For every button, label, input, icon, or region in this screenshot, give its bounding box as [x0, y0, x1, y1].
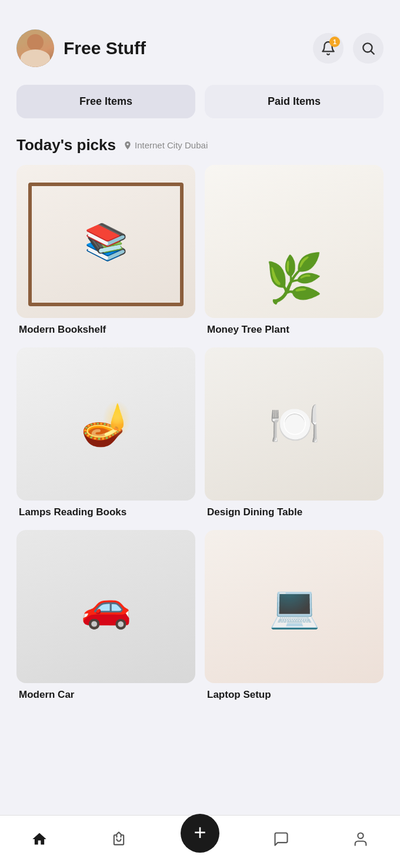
chat-icon	[273, 831, 289, 847]
item-label-6: Laptop Setup	[205, 689, 384, 703]
item-label-5: Modern Car	[16, 689, 195, 703]
add-button[interactable]: +	[181, 814, 219, 853]
notification-badge: 1	[329, 37, 340, 47]
location-area: Internet City Dubai	[123, 140, 208, 150]
svg-line-1	[371, 51, 374, 54]
profile-icon	[352, 831, 369, 847]
svg-point-4	[358, 833, 363, 838]
item-image-6	[205, 530, 384, 683]
plus-icon: +	[194, 822, 206, 843]
item-image-2	[205, 165, 384, 318]
bottom-nav: +	[0, 815, 400, 868]
avatar[interactable]	[16, 29, 54, 67]
home-icon	[31, 831, 48, 847]
nav-home[interactable]	[22, 831, 57, 847]
item-label-4: Design Dining Table	[205, 506, 384, 521]
item-card-4[interactable]: Design Dining Table	[205, 347, 384, 521]
item-card-6[interactable]: Laptop Setup	[205, 530, 384, 703]
item-card-5[interactable]: Modern Car	[16, 530, 195, 703]
section-title: Today's picks	[16, 136, 116, 154]
items-grid: Modern Bookshelf Money Tree Plant Lamps …	[0, 165, 400, 703]
item-image-4	[205, 347, 384, 501]
nav-wardrobe[interactable]	[101, 831, 136, 847]
item-image-5	[16, 530, 195, 683]
location-icon	[123, 141, 132, 150]
notification-button[interactable]: 1	[313, 33, 344, 64]
search-icon	[361, 41, 376, 56]
paid-items-tab[interactable]: Paid Items	[205, 85, 384, 118]
item-image-3	[16, 347, 195, 501]
item-card-1[interactable]: Modern Bookshelf	[16, 165, 195, 338]
item-label-2: Money Tree Plant	[205, 324, 384, 338]
item-card-3[interactable]: Lamps Reading Books	[16, 347, 195, 521]
tab-section: Free Items Paid Items	[0, 79, 400, 130]
section-header: Today's picks Internet City Dubai	[0, 130, 400, 165]
search-button[interactable]	[353, 33, 384, 64]
location-text: Internet City Dubai	[135, 140, 208, 150]
header-icons: 1	[313, 33, 384, 64]
nav-chat[interactable]	[264, 831, 299, 847]
header: Free Stuff 1	[0, 0, 400, 79]
item-image-1	[16, 165, 195, 318]
item-card-2[interactable]: Money Tree Plant	[205, 165, 384, 338]
page-title: Free Stuff	[64, 38, 313, 58]
item-label-3: Lamps Reading Books	[16, 506, 195, 521]
wardrobe-icon	[111, 831, 127, 847]
free-items-tab[interactable]: Free Items	[16, 85, 195, 118]
nav-profile[interactable]	[343, 831, 378, 847]
item-label-1: Modern Bookshelf	[16, 324, 195, 338]
